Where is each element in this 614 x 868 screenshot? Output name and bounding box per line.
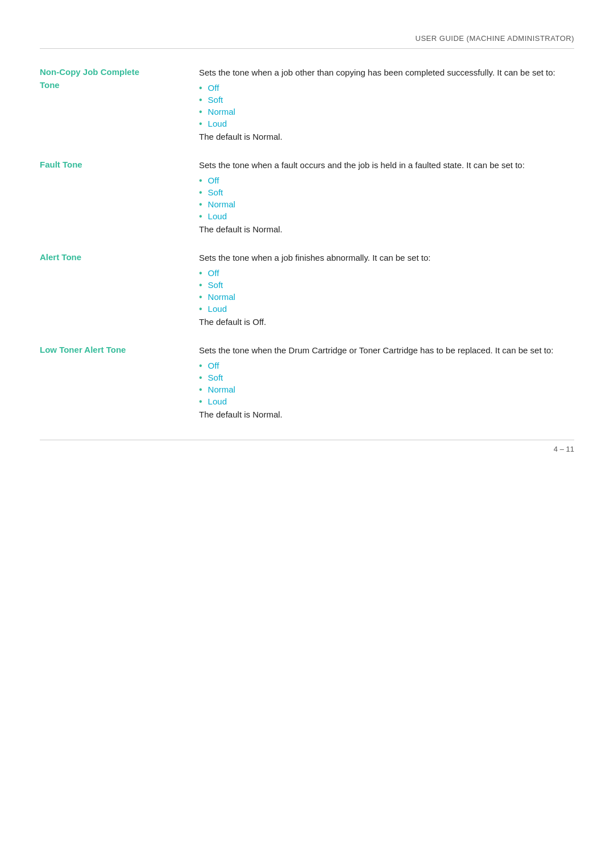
label-cell-non-copy-job-complete-tone: Non-Copy Job CompleteTone [40, 66, 199, 153]
section-label-alert-tone: Alert Tone [40, 252, 81, 262]
option-label: Soft [208, 95, 223, 105]
option-list-non-copy-job-complete-tone: • Off • Soft • Normal • Loud [199, 83, 574, 128]
section-label-low-toner-alert-tone: Low Toner Alert Tone [40, 345, 126, 354]
bullet-icon: • [199, 293, 202, 302]
section-row-low-toner-alert-tone: Low Toner Alert Tone Sets the tone when … [40, 344, 574, 431]
content-table: Non-Copy Job CompleteTone Sets the tone … [40, 66, 574, 431]
default-text-fault-tone: The default is Normal. [199, 224, 574, 234]
spacer-row [40, 245, 574, 251]
desc-text-non-copy-job-complete-tone: Sets the tone when a job other than copy… [199, 66, 574, 80]
bullet-icon: • [199, 119, 202, 128]
option-item-normal: • Normal [199, 385, 574, 394]
option-item-loud: • Loud [199, 119, 574, 128]
option-item-loud: • Loud [199, 304, 574, 314]
bullet-icon: • [199, 385, 202, 394]
option-item-soft: • Soft [199, 373, 574, 382]
bullet-icon: • [199, 269, 202, 278]
option-list-low-toner-alert-tone: • Off • Soft • Normal • Loud [199, 361, 574, 406]
bullet-icon: • [199, 397, 202, 406]
bullet-icon: • [199, 95, 202, 105]
option-label: Soft [208, 280, 223, 290]
option-item-normal: • Normal [199, 107, 574, 116]
bullet-icon: • [199, 188, 202, 197]
desc-cell-alert-tone: Sets the tone when a job finishes abnorm… [199, 251, 574, 338]
bullet-icon: • [199, 281, 202, 290]
default-text-non-copy-job-complete-tone: The default is Normal. [199, 132, 574, 141]
bullet-icon: • [199, 304, 202, 314]
option-label: Loud [208, 397, 227, 406]
option-label: Normal [208, 292, 235, 302]
option-list-alert-tone: • Off • Soft • Normal • Loud [199, 268, 574, 314]
desc-text-alert-tone: Sets the tone when a job finishes abnorm… [199, 251, 574, 265]
option-label: Normal [208, 199, 235, 209]
option-list-fault-tone: • Off • Soft • Normal • Loud [199, 176, 574, 221]
page-number: 4 – 11 [554, 445, 574, 453]
bullet-icon: • [199, 361, 202, 370]
desc-text-fault-tone: Sets the tone when a fault occurs and th… [199, 158, 574, 172]
section-row-non-copy-job-complete-tone: Non-Copy Job CompleteTone Sets the tone … [40, 66, 574, 153]
option-label: Normal [208, 107, 235, 116]
option-item-loud: • Loud [199, 211, 574, 221]
section-row-fault-tone: Fault Tone Sets the tone when a fault oc… [40, 158, 574, 245]
option-item-normal: • Normal [199, 292, 574, 302]
bullet-icon: • [199, 107, 202, 116]
option-label: Soft [208, 373, 223, 382]
option-label: Loud [208, 304, 227, 314]
bullet-icon: • [199, 200, 202, 209]
label-cell-alert-tone: Alert Tone [40, 251, 199, 338]
desc-cell-fault-tone: Sets the tone when a fault occurs and th… [199, 158, 574, 245]
bullet-icon: • [199, 176, 202, 185]
section-row-alert-tone: Alert Tone Sets the tone when a job fini… [40, 251, 574, 338]
page-container: User Guide (Machine Administrator) Non-C… [0, 0, 614, 476]
desc-cell-non-copy-job-complete-tone: Sets the tone when a job other than copy… [199, 66, 574, 153]
option-item-soft: • Soft [199, 280, 574, 290]
section-label-non-copy-job-complete-tone: Non-Copy Job CompleteTone [40, 67, 139, 90]
option-item-off: • Off [199, 268, 574, 278]
spacer-row [40, 153, 574, 158]
option-label: Normal [208, 385, 235, 394]
option-item-soft: • Soft [199, 187, 574, 197]
section-label-fault-tone: Fault Tone [40, 160, 82, 169]
header-title: User Guide (Machine Administrator) [416, 34, 574, 43]
bullet-icon: • [199, 373, 202, 382]
option-label: Soft [208, 187, 223, 197]
option-item-soft: • Soft [199, 95, 574, 105]
option-label: Off [208, 361, 219, 370]
option-item-off: • Off [199, 176, 574, 185]
option-item-off: • Off [199, 361, 574, 370]
label-cell-fault-tone: Fault Tone [40, 158, 199, 245]
option-label: Loud [208, 119, 227, 128]
page-header: User Guide (Machine Administrator) [40, 34, 574, 49]
option-label: Off [208, 83, 219, 93]
default-text-alert-tone: The default is Off. [199, 317, 574, 327]
bullet-icon: • [199, 212, 202, 221]
option-item-loud: • Loud [199, 397, 574, 406]
spacer-row [40, 338, 574, 344]
option-label: Off [208, 268, 219, 278]
option-label: Off [208, 176, 219, 185]
option-item-off: • Off [199, 83, 574, 93]
option-item-normal: • Normal [199, 199, 574, 209]
option-label: Loud [208, 211, 227, 221]
label-cell-low-toner-alert-tone: Low Toner Alert Tone [40, 344, 199, 431]
default-text-low-toner-alert-tone: The default is Normal. [199, 410, 574, 419]
desc-text-low-toner-alert-tone: Sets the tone when the Drum Cartridge or… [199, 344, 574, 357]
bullet-icon: • [199, 84, 202, 93]
page-footer: 4 – 11 [40, 440, 574, 453]
desc-cell-low-toner-alert-tone: Sets the tone when the Drum Cartridge or… [199, 344, 574, 431]
